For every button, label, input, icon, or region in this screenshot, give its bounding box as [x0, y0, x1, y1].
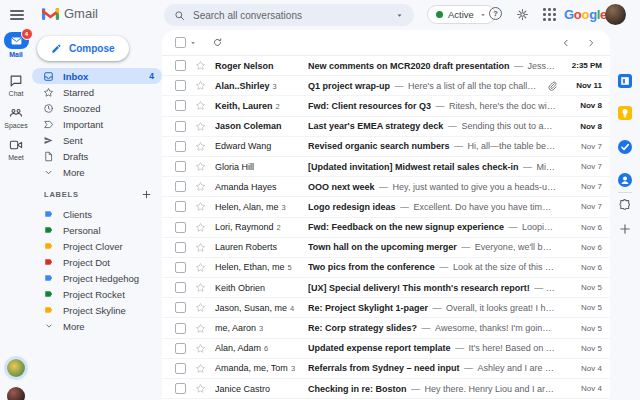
email-row[interactable]: Janice Castro Checking in re: Boston — H…	[162, 379, 610, 399]
rail-item-chat[interactable]: Chat	[0, 74, 32, 97]
sidebar-item-important[interactable]: Important	[32, 116, 162, 132]
email-checkbox[interactable]	[175, 60, 186, 71]
email-row[interactable]: Alan, Adam 6 Updated expense report temp…	[162, 339, 610, 359]
email-checkbox[interactable]	[175, 141, 186, 152]
sidebar-item-inbox[interactable]: Inbox 4	[32, 68, 162, 84]
email-checkbox[interactable]	[175, 161, 186, 172]
email-row[interactable]: Gloria Hill [Updated invitation] Midwest…	[162, 157, 610, 177]
email-thread-count: 5	[288, 263, 292, 272]
sidebar-item-drafts[interactable]: Drafts	[32, 148, 162, 164]
contacts-icon[interactable]	[618, 173, 632, 187]
email-row[interactable]: me, Aaron 3 Re: Corp strategy slides? — …	[162, 318, 610, 338]
sidebar-label-project-clover[interactable]: Project Clover	[32, 238, 162, 254]
newer-page-icon[interactable]	[561, 38, 571, 48]
sidebar-labels-more[interactable]: More	[32, 318, 162, 334]
search-options-caret-icon[interactable]	[395, 11, 404, 20]
calendar-icon[interactable]	[618, 74, 632, 88]
star-icon[interactable]	[195, 141, 206, 152]
select-options-caret-icon[interactable]	[189, 39, 197, 47]
email-checkbox[interactable]	[175, 222, 186, 233]
email-checkbox[interactable]	[175, 343, 186, 354]
email-checkbox[interactable]	[175, 282, 186, 293]
add-label-icon[interactable]	[141, 189, 152, 200]
email-row[interactable]: Helen, Alan, me 3 Logo redesign ideas — …	[162, 197, 610, 217]
star-icon[interactable]	[195, 383, 206, 394]
star-icon[interactable]	[195, 242, 206, 253]
sidebar-label-project-rocket[interactable]: Project Rocket	[32, 286, 162, 302]
keep-icon[interactable]	[618, 106, 632, 120]
email-checkbox[interactable]	[175, 100, 186, 111]
star-icon[interactable]	[195, 343, 206, 354]
select-all-checkbox[interactable]	[175, 37, 186, 48]
compose-button[interactable]: Compose	[37, 36, 129, 61]
sidebar-item-more[interactable]: More	[32, 164, 162, 180]
star-icon[interactable]	[195, 161, 206, 172]
sidebar-label-project-hedgehog[interactable]: Project Hedgehog	[32, 270, 162, 286]
label-name: More	[63, 321, 85, 332]
email-row[interactable]: Jason Coleman Last year's EMEA strategy …	[162, 117, 610, 137]
star-icon[interactable]	[195, 181, 206, 192]
email-row[interactable]: Amanda Hayes OOO next week — Hey, just w…	[162, 177, 610, 197]
email-checkbox[interactable]	[175, 201, 186, 212]
rail-item-mail[interactable]: 4 Mail	[0, 32, 32, 58]
sidebar-item-starred[interactable]: Starred	[32, 84, 162, 100]
star-icon[interactable]	[195, 282, 206, 293]
sidebar-label-project-skyline[interactable]: Project Skyline	[32, 302, 162, 318]
contact-avatar-1[interactable]	[7, 359, 25, 377]
subject-snippet-separator: —	[435, 262, 453, 272]
email-date: Nov 7	[560, 182, 602, 191]
email-checkbox[interactable]	[175, 323, 186, 334]
email-row[interactable]: Helen, Ethan, me 5 Two pics from the con…	[162, 258, 610, 278]
star-icon[interactable]	[195, 80, 206, 91]
star-icon[interactable]	[195, 100, 206, 111]
email-row[interactable]: Lauren Roberts Town hall on the upcoming…	[162, 238, 610, 258]
rail-item-spaces[interactable]: Spaces	[0, 106, 32, 129]
account-avatar[interactable]	[605, 4, 626, 25]
email-row[interactable]: Keith Obrien [UX] Special delivery! This…	[162, 278, 610, 298]
sidebar-label-personal[interactable]: Personal	[32, 222, 162, 238]
star-icon[interactable]	[195, 201, 206, 212]
sidebar-label-project-dot[interactable]: Project Dot	[32, 254, 162, 270]
sidebar-item-snoozed[interactable]: Snoozed	[32, 100, 162, 116]
star-icon[interactable]	[195, 363, 206, 374]
refresh-icon[interactable]	[212, 37, 223, 48]
subject-snippet-separator: —	[396, 202, 414, 212]
contact-avatar-2[interactable]	[7, 387, 25, 400]
email-row[interactable]: Roger Nelson New comments on MCR2020 dra…	[162, 56, 610, 76]
status-selector[interactable]: Active	[427, 5, 496, 24]
rail-item-meet[interactable]: Meet	[0, 138, 32, 161]
star-icon[interactable]	[195, 323, 206, 334]
email-checkbox[interactable]	[175, 121, 186, 132]
email-checkbox[interactable]	[175, 80, 186, 91]
clock-icon	[43, 103, 54, 114]
settings-button[interactable]	[516, 8, 529, 21]
email-sender: Lauren Roberts	[215, 242, 277, 252]
email-checkbox[interactable]	[175, 363, 186, 374]
star-icon[interactable]	[195, 262, 206, 273]
star-icon[interactable]	[195, 222, 206, 233]
apps-grid-button[interactable]	[543, 8, 556, 21]
sidebar-item-sent[interactable]: Sent	[32, 132, 162, 148]
search-bar[interactable]: Search all conversations	[164, 4, 414, 26]
tasks-icon[interactable]	[618, 140, 632, 154]
add-ons-icon[interactable]	[618, 198, 632, 212]
email-row[interactable]: Edward Wang Revised organic search numbe…	[162, 137, 610, 157]
star-icon[interactable]	[195, 60, 206, 71]
get-add-ons-plus-icon[interactable]	[618, 222, 632, 236]
sidebar-label-clients[interactable]: Clients	[32, 206, 162, 222]
email-checkbox[interactable]	[175, 262, 186, 273]
email-checkbox[interactable]	[175, 302, 186, 313]
email-row[interactable]: Amanda, me, Tom 3 Referrals from Sydney …	[162, 359, 610, 379]
email-row[interactable]: Keith, Lauren 2 Fwd: Client resources fo…	[162, 96, 610, 116]
older-page-icon[interactable]	[586, 38, 596, 48]
email-checkbox[interactable]	[175, 383, 186, 394]
main-menu-icon[interactable]	[10, 10, 24, 20]
help-button[interactable]: ?	[489, 7, 502, 20]
email-checkbox[interactable]	[175, 181, 186, 192]
email-row[interactable]: Jason, Susan, me 4 Re: Project Skylight …	[162, 298, 610, 318]
email-row[interactable]: Lori, Raymond 2 Fwd: Feedback on the new…	[162, 218, 610, 238]
email-checkbox[interactable]	[175, 242, 186, 253]
star-icon[interactable]	[195, 302, 206, 313]
email-row[interactable]: Alan..Shirley 3 Q1 project wrap-up — Her…	[162, 76, 610, 96]
star-icon[interactable]	[195, 121, 206, 132]
